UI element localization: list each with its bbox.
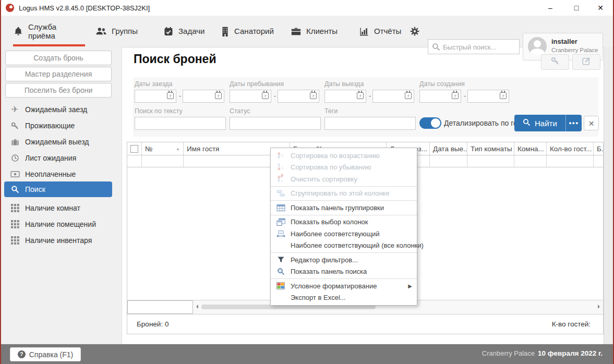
sidebar-item-waiting-list[interactable]: Лист ожидания	[4, 151, 112, 165]
calendar-icon[interactable]	[500, 92, 507, 99]
settings-gear-button[interactable]	[408, 26, 421, 39]
calendar-icon[interactable]	[167, 92, 174, 99]
quick-search-input[interactable]	[442, 41, 519, 53]
menu-item-conditional-formatting[interactable]: Условное форматирование ▶	[271, 280, 417, 292]
status-input[interactable]	[230, 117, 321, 130]
filter-label: Теги	[324, 107, 338, 115]
tab-front-office[interactable]: Служба приёма	[13, 16, 85, 46]
stay-date-from-input[interactable]	[230, 90, 271, 103]
detail-by-guests-toggle[interactable]	[419, 117, 441, 129]
sidebar-item-space-availability[interactable]: Наличие помещений	[4, 217, 112, 232]
menu-item-label: Экспорт в Excel...	[291, 294, 346, 301]
bookings-count: Броней: 0	[137, 320, 168, 328]
arrival-date-from-input[interactable]	[135, 90, 176, 103]
tab-sanatorium[interactable]: Санаторий	[221, 16, 282, 46]
sidebar-item-expected-departure[interactable]: Ожидаемый выезд	[4, 135, 112, 149]
banknote-icon	[10, 171, 20, 178]
text-search-input[interactable]	[135, 117, 226, 130]
grid-icon	[10, 204, 20, 212]
sidebar-item-label: Поиск	[25, 185, 45, 193]
select-all-checkbox[interactable]	[130, 145, 138, 153]
filter-label: Поиск по тексту	[135, 107, 183, 115]
scroll-left-arrow[interactable]	[196, 305, 198, 309]
bar-chart-icon	[359, 26, 369, 37]
menu-item-sort-descending[interactable]: ZA↓ Сортировка по убыванию	[271, 162, 417, 174]
column-header-room-type[interactable]: Тип комнаты	[467, 142, 514, 155]
minimize-button[interactable]: –	[538, 0, 562, 16]
guests-count: К-во гостей:	[552, 320, 591, 328]
menu-item-clear-sorting[interactable]: AZ✗↓ Очистить сортировку	[271, 173, 417, 185]
gear-icon	[410, 26, 420, 39]
tab-clients[interactable]: Клиенты	[291, 16, 347, 46]
tags-input[interactable]	[324, 117, 416, 130]
menu-separator	[271, 186, 417, 187]
calendar-icon[interactable]	[357, 92, 364, 99]
key-tool-button[interactable]	[541, 54, 569, 70]
status-bar: ? Справка (F1) Cranberry Palace10 феврал…	[0, 344, 614, 364]
tab-tasks[interactable]: Задачи	[163, 16, 213, 46]
column-header-guest-count[interactable]: Кол-во гост...	[547, 142, 594, 155]
column-header-room[interactable]: Комна...	[514, 142, 547, 155]
calendar-icon[interactable]	[452, 92, 459, 99]
main-nav: Служба приёма Группы Задачи Санаторий	[0, 16, 614, 47]
column-header-number[interactable]: №▲	[142, 142, 184, 155]
calendar-icon[interactable]	[310, 92, 317, 99]
close-button[interactable]: ✕	[588, 0, 612, 16]
select-all-column-header[interactable]	[127, 142, 142, 155]
calendar-icon[interactable]	[215, 92, 222, 99]
split-wizard-button[interactable]: Мастер разделения	[5, 67, 112, 81]
toggle-label: Детализировать по го	[444, 119, 515, 127]
column-header-balance[interactable]: Б...	[594, 142, 603, 155]
menu-item-best-fit-all-columns[interactable]: Наиболее соответствующий (все колонки)	[271, 240, 417, 252]
filter-label: Даты пребывания	[230, 80, 284, 88]
sidebar-item-search[interactable]: Поиск	[4, 181, 112, 197]
menu-item-sort-ascending[interactable]: AZ↓ Сортировка по возрастанию	[271, 150, 417, 162]
statusbar-date: 10 февраля 2022 г.	[538, 349, 603, 357]
sidebar-item-expected-arrival[interactable]: ✈ Ожидаемый заезд	[4, 102, 112, 117]
menu-item-show-column-chooser[interactable]: Показать выбор колонок	[271, 216, 417, 228]
column-context-menu: AZ↓ Сортировка по возрастанию ZA↓ Сортир…	[270, 148, 417, 306]
departure-date-from-input[interactable]	[324, 90, 366, 103]
key-icon	[550, 56, 560, 68]
sidebar-item-inventory-availability[interactable]: Наличие инвентаря	[4, 233, 112, 248]
menu-item-filter-editor[interactable]: Редактор фильтров...	[271, 254, 417, 266]
menu-item-export-excel[interactable]: Экспорт в Excel...	[271, 292, 417, 304]
help-button[interactable]: ? Справка (F1)	[10, 347, 81, 361]
statusbar-org: Cranberry Palace	[482, 349, 535, 357]
building-icon	[221, 26, 230, 37]
menu-item-best-fit[interactable]: Наиболее соответствующий	[271, 228, 417, 240]
no-icon	[274, 241, 287, 250]
stay-date-to-input[interactable]	[278, 90, 319, 103]
tab-groups[interactable]: Группы	[95, 16, 148, 46]
calendar-icon[interactable]	[405, 92, 412, 99]
column-label: Дата вые...	[433, 145, 467, 153]
sidebar-item-in-house[interactable]: Проживающие	[4, 118, 112, 133]
menu-item-show-group-panel[interactable]: Показать панель группировки	[271, 202, 417, 214]
maximize-button[interactable]: □	[564, 0, 588, 16]
creation-date-from-input[interactable]	[419, 90, 461, 103]
column-header-departure-date[interactable]: Дата вые...	[430, 142, 467, 155]
scroll-right-arrow[interactable]	[598, 305, 600, 309]
menu-item-label: Условное форматирование	[291, 282, 377, 290]
find-button[interactable]: Найти	[514, 115, 566, 131]
app-window: Logus HMS v2.8.45.0 [DESKTOP-38SJ2KI] – …	[0, 0, 614, 364]
departure-date-to-input[interactable]	[372, 90, 414, 103]
find-more-options-button[interactable]: ●●●	[566, 115, 582, 131]
sidebar-item-room-availability[interactable]: Наличие комнат	[4, 201, 112, 215]
arrival-date-to-input[interactable]	[183, 90, 224, 103]
menu-separator	[271, 200, 417, 201]
menu-item-show-search-panel[interactable]: Показать панель поиска	[271, 266, 417, 278]
create-booking-button[interactable]: Создать бронь	[5, 51, 112, 65]
calendar-icon[interactable]	[262, 92, 269, 99]
search-icon	[523, 118, 531, 128]
tab-reports[interactable]: Отчёты	[359, 16, 408, 46]
sidebar-item-unpaid[interactable]: Неоплаченные	[4, 167, 112, 181]
checkin-without-booking-button[interactable]: Поселить без брони	[5, 83, 112, 98]
window-title: Logus HMS v2.8.45.0 [DESKTOP-38SJ2KI]	[19, 4, 150, 12]
clear-filters-button[interactable]: ✕	[584, 116, 599, 130]
creation-date-to-input[interactable]	[467, 90, 509, 103]
sort-descending-icon: ZA↓	[274, 163, 287, 172]
column-label: Имя гостя	[187, 145, 219, 153]
menu-item-group-by-column[interactable]: Сгруппировать по этой колонке	[271, 188, 417, 200]
edit-tool-button[interactable]	[572, 54, 600, 70]
